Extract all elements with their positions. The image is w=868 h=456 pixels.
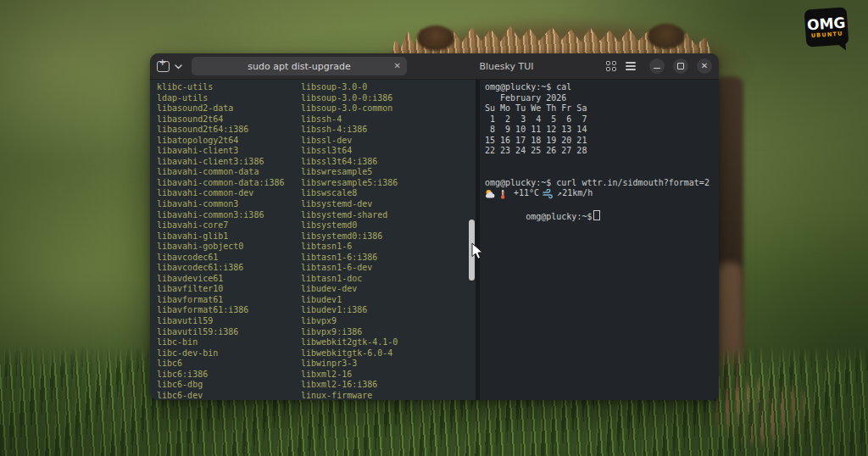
tab-apt-dist-upgrade[interactable]: sudo apt dist-upgrade ✕ <box>192 57 407 75</box>
package-item: libavahi-client3:i386 <box>157 157 285 168</box>
package-item: libwinpr3-3 <box>301 359 398 370</box>
terminal-cursor <box>593 210 600 220</box>
terminal-content: klibc-utilsldap-utilslibasound2-dataliba… <box>150 80 719 400</box>
sun-behind-cloud-icon <box>485 189 496 199</box>
terminal-window: sudo apt dist-upgrade ✕ Bluesky TUI ✕ kl… <box>150 53 719 400</box>
package-item: ldap-utils <box>157 93 285 104</box>
package-item: libasound2t64 <box>157 114 285 125</box>
omg-ubuntu-logo: OMG UBUNTU <box>804 7 849 47</box>
package-item: libc6-dev <box>157 391 285 400</box>
hamburger-menu-icon <box>626 62 636 70</box>
package-item: libavahi-common-dev <box>157 188 285 199</box>
terminal-pane-shell[interactable]: omg@plucky:~$ cal February 2026Su Mo Tu … <box>480 80 719 400</box>
logo-text-ubuntu: UBUNTU <box>810 31 843 39</box>
terminal-line <box>485 167 719 178</box>
package-item: libssl-dev <box>301 136 398 147</box>
package-item: libavutil59:i386 <box>157 327 285 338</box>
package-item: libc6 <box>157 359 285 370</box>
terminal-prompt-line: omg@plucky:~$ <box>485 199 719 233</box>
wind-value: ↗21km/h <box>557 188 593 199</box>
close-icon: ✕ <box>701 62 708 70</box>
tab-list-dropdown-button[interactable] <box>175 63 181 70</box>
package-item: libc-bin <box>157 337 285 348</box>
tab-overview-grid-icon <box>606 61 617 72</box>
package-item: libasound2t64:i386 <box>157 125 285 136</box>
weather-output-line: +11°C ↗21km/h <box>485 188 719 199</box>
tab-bluesky-tui[interactable]: Bluesky TUI <box>410 61 603 72</box>
package-item: libavahi-common3:i386 <box>157 210 285 221</box>
terminal-line: February 2026 <box>485 93 719 104</box>
terminal-line <box>485 157 719 168</box>
package-item: libavahi-common3 <box>157 199 285 210</box>
package-item: libc-dev-bin <box>157 348 285 359</box>
package-item: libtasn1-6 <box>301 242 398 253</box>
package-item: libssh-4:i386 <box>301 125 398 136</box>
package-item: libavahi-glib1 <box>157 231 285 242</box>
main-menu-button[interactable] <box>620 57 641 75</box>
package-item: libudev-dev <box>301 284 398 295</box>
package-list-column-2: libsoup-3.0-0libsoup-3.0-0:i386libsoup-3… <box>301 82 398 400</box>
chevron-down-icon <box>175 64 182 70</box>
terminal-line-curl: omg@plucky:~$ curl wttr.in/sidmouth?form… <box>485 178 719 189</box>
package-item: libvpx9 <box>301 316 398 327</box>
tab-overview-button[interactable] <box>606 57 617 75</box>
package-item: libssl3t64:i386 <box>301 157 398 168</box>
package-item: libavahi-gobject0 <box>157 242 285 253</box>
package-item: libwebkit2gtk-4.1-0 <box>301 337 398 348</box>
package-item: libavcodec61 <box>157 253 285 264</box>
terminal-line: omg@plucky:~$ cal <box>485 82 719 93</box>
tab-close-icon[interactable]: ✕ <box>394 59 401 73</box>
headerbar: sudo apt dist-upgrade ✕ Bluesky TUI ✕ <box>150 53 719 80</box>
package-item: linux-firmware <box>301 391 398 400</box>
package-item: libavutil59 <box>157 316 285 327</box>
terminal-line: 15 16 17 18 19 20 21 <box>485 136 719 147</box>
shell-output-top: omg@plucky:~$ cal February 2026Su Mo Tu … <box>485 82 719 178</box>
package-item: libtasn1-6:i386 <box>301 253 398 264</box>
package-item: libsoup-3.0-0 <box>301 82 398 93</box>
close-button[interactable]: ✕ <box>697 58 712 74</box>
hedgehog-ear-left <box>417 25 454 51</box>
new-tab-button[interactable] <box>157 57 170 75</box>
mouse-cursor <box>471 243 485 264</box>
package-item: libxml2-16 <box>301 370 398 381</box>
package-item: libswscale8 <box>301 188 398 199</box>
minimize-button[interactable] <box>649 58 665 74</box>
package-item: libswresample5:i386 <box>301 178 398 189</box>
package-item: libsystemd0 <box>301 220 398 231</box>
terminal-line: 22 23 24 25 26 27 28 <box>485 146 719 157</box>
package-item: libavformat61:i386 <box>157 305 285 316</box>
package-item: libsoup-3.0-common <box>301 103 398 114</box>
package-item: libsystemd0:i386 <box>301 231 398 242</box>
maximize-button[interactable] <box>673 58 688 74</box>
package-item: libavdevice61 <box>157 274 285 285</box>
package-item: libavahi-common-data <box>157 167 285 178</box>
new-tab-icon <box>157 61 170 72</box>
package-item: libasound2-data <box>157 103 285 114</box>
shell-prompt: omg@plucky:~$ <box>526 212 592 221</box>
hedgehog-ear-right <box>648 24 685 49</box>
package-item: libc6-dbg <box>157 380 285 391</box>
package-item: libatopology2t64 <box>157 136 285 147</box>
tab-label: sudo apt dist-upgrade <box>248 61 350 72</box>
package-item: libavformat61 <box>157 295 285 306</box>
package-item: libudev1 <box>301 295 398 306</box>
package-item: libssh-4 <box>301 114 398 125</box>
terminal-pane-apt[interactable]: klibc-utilsldap-utilslibasound2-dataliba… <box>150 80 476 400</box>
wind-icon <box>542 189 554 199</box>
package-item: libtasn1-doc <box>301 274 398 285</box>
package-item: libavcodec61:i386 <box>157 263 285 274</box>
thermometer-icon <box>499 189 510 199</box>
terminal-line: 8 9 10 11 12 13 14 <box>485 125 719 136</box>
package-item: libwebkitgtk-6.0-4 <box>301 348 398 359</box>
package-item: libtasn1-6-dev <box>301 263 398 274</box>
package-item: libavfilter10 <box>157 284 285 295</box>
package-item: libvpx9:i386 <box>301 327 398 338</box>
package-item: libavahi-common-data:i386 <box>157 178 285 189</box>
minimize-icon <box>654 68 660 70</box>
terminal-line: 1 2 3 4 5 6 7 <box>485 114 719 125</box>
package-list-column-1: klibc-utilsldap-utilslibasound2-dataliba… <box>157 82 285 400</box>
package-item: libsoup-3.0-0:i386 <box>301 93 398 104</box>
package-item: libavahi-client3 <box>157 146 285 157</box>
tab-label: Bluesky TUI <box>479 61 533 72</box>
package-item: klibc-utils <box>157 82 285 93</box>
